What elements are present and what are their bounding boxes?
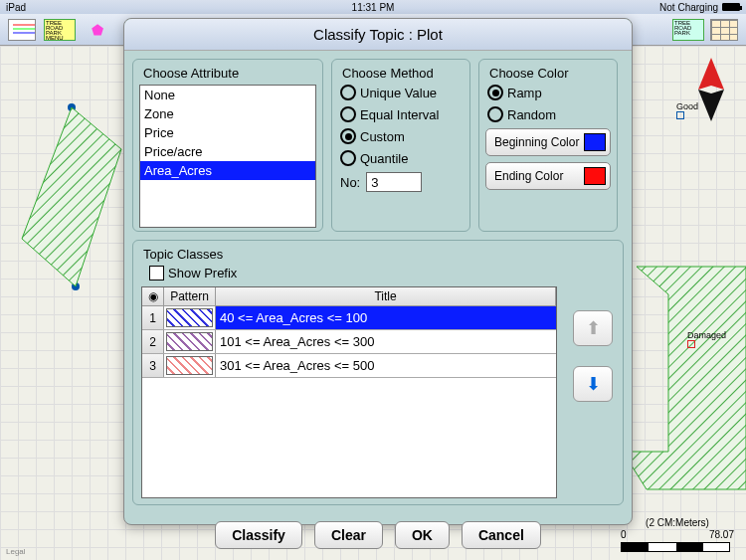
col-pattern[interactable]: Pattern <box>164 287 216 305</box>
topic-classes-label: Topic Classes <box>143 247 617 262</box>
clear-button[interactable]: Clear <box>314 521 383 549</box>
clock: 11:31 PM <box>352 2 395 13</box>
legend-menu-icon[interactable]: TREE ROAD PARK MENU <box>44 19 76 41</box>
choose-method-group: Choose Method Unique Value Equal Interva… <box>331 59 470 232</box>
table-row[interactable]: 1 40 <= Area_Acres <= 100 <box>142 306 556 330</box>
table-header: ◉ Pattern Title <box>142 287 556 306</box>
show-prefix-checkbox[interactable]: Show Prefix <box>149 266 617 280</box>
shape-tool-icon[interactable]: ⬟ <box>84 19 111 41</box>
method-unique-value[interactable]: Unique Value <box>340 85 464 100</box>
no-input[interactable] <box>366 172 422 192</box>
table-row[interactable]: 2 101 <= Area_Acres <= 300 <box>142 330 556 354</box>
arrow-up-icon: ⬆ <box>586 317 601 339</box>
classify-dialog: Classify Topic : Plot Choose Attribute N… <box>123 18 633 525</box>
scale-bar: (2 CM:Meters) 078.07 <box>621 517 734 552</box>
method-custom[interactable]: Custom <box>340 128 464 144</box>
color-random[interactable]: Random <box>487 106 611 122</box>
arrow-down-icon: ⬇ <box>586 373 601 395</box>
pattern-swatch[interactable] <box>166 308 213 327</box>
svg-marker-2 <box>22 107 121 286</box>
color-ramp[interactable]: Ramp <box>487 85 611 100</box>
legal-link[interactable]: Legal <box>6 547 26 556</box>
move-up-button[interactable]: ⬆ <box>573 310 613 346</box>
svg-marker-4 <box>698 58 724 90</box>
choose-color-group: Choose Color Ramp Random Beginning Color… <box>478 59 618 232</box>
eye-icon: ◉ <box>148 289 158 303</box>
table-tool-icon[interactable] <box>710 19 738 41</box>
status-bar: iPad 11:31 PM Not Charging <box>0 0 746 14</box>
attr-item-price[interactable]: Price <box>140 123 315 142</box>
svg-marker-3 <box>623 267 746 489</box>
move-down-button[interactable]: ⬇ <box>573 366 613 402</box>
classes-table[interactable]: ◉ Pattern Title 1 40 <= Area_Acres <= 10… <box>141 286 557 498</box>
choose-method-label: Choose Method <box>342 66 464 81</box>
attr-item-price-acre[interactable]: Price/acre <box>140 142 315 161</box>
classify-button[interactable]: Classify <box>215 521 302 549</box>
col-visibility[interactable]: ◉ <box>142 287 164 305</box>
beginning-color-button[interactable]: Beginning Color <box>485 128 611 156</box>
ending-color-button[interactable]: Ending Color <box>485 162 611 190</box>
pattern-swatch[interactable] <box>166 356 213 375</box>
table-row[interactable]: 3 301 <= Area_Acres <= 500 <box>142 354 556 378</box>
attr-item-none[interactable]: None <box>140 86 315 104</box>
charge-label: Not Charging <box>659 2 718 13</box>
choose-attribute-group: Choose Attribute None Zone Price Price/a… <box>132 59 323 232</box>
attr-item-zone[interactable]: Zone <box>140 104 315 123</box>
beginning-color-swatch <box>584 133 606 151</box>
choose-color-label: Choose Color <box>489 66 611 81</box>
choose-attribute-label: Choose Attribute <box>143 66 316 81</box>
legend-mini-icon[interactable]: TREE ROAD PARK <box>672 19 704 41</box>
cancel-button[interactable]: Cancel <box>462 521 541 549</box>
ending-color-swatch <box>584 167 606 185</box>
topic-classes-group: Topic Classes Show Prefix ◉ Pattern Titl… <box>132 240 624 505</box>
compass-icon <box>694 58 728 121</box>
table-empty-area <box>142 378 556 497</box>
col-title[interactable]: Title <box>216 287 556 305</box>
dialog-title: Classify Topic : Plot <box>124 19 632 51</box>
attribute-list[interactable]: None Zone Price Price/acre Area_Acres <box>139 85 316 228</box>
ok-button[interactable]: OK <box>395 521 450 549</box>
layer-list-icon[interactable] <box>8 19 36 41</box>
checkbox-icon <box>149 266 164 280</box>
battery-icon <box>722 3 740 11</box>
method-equal-interval[interactable]: Equal Interval <box>340 106 464 122</box>
map-marker-damaged[interactable]: Damaged <box>687 330 726 350</box>
device-label: iPad <box>6 2 26 13</box>
svg-marker-5 <box>698 90 724 121</box>
dialog-button-row: Classify Clear OK Cancel <box>124 513 632 559</box>
attr-item-area-acres[interactable]: Area_Acres <box>140 161 315 180</box>
method-quantile[interactable]: Quantile <box>340 150 464 166</box>
pattern-swatch[interactable] <box>166 332 213 351</box>
no-label: No: <box>340 175 360 190</box>
map-marker-good[interactable]: Good <box>676 101 698 121</box>
